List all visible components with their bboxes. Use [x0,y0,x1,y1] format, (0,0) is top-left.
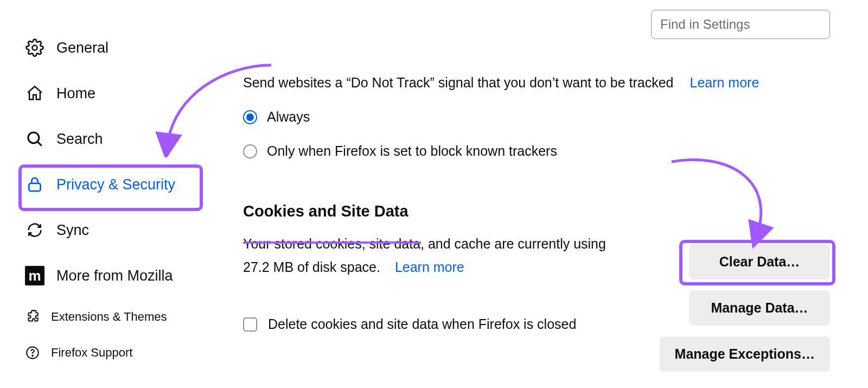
sidebar-item-label: More from Mozilla [56,268,173,284]
help-icon [25,345,40,360]
settings-sidebar: General Home Search Privacy & Security [0,31,217,377]
cookies-description: Your stored cookies, site data, and cach… [243,232,634,278]
cookies-size: 27.2 MB [243,259,293,275]
sidebar-item-search[interactable]: Search [25,123,217,155]
sidebar-item-more-mozilla[interactable]: m More from Mozilla [25,259,217,292]
sidebar-item-extensions-themes[interactable]: Extensions & Themes [25,305,217,329]
dnt-option-always[interactable]: Always [243,109,835,125]
dnt-description-row: Send websites a “Do Not Track” signal th… [243,75,835,91]
dnt-learn-more-link[interactable]: Learn more [690,75,759,91]
mozilla-icon: m [25,266,44,285]
radio-label: Only when Firefox is set to block known … [267,143,557,159]
search-icon [25,129,44,149]
radio-only-trackers[interactable] [243,144,257,158]
sidebar-item-firefox-support[interactable]: Firefox Support [25,341,217,365]
clear-data-button[interactable]: Clear Data… [689,244,830,279]
sidebar-item-home[interactable]: Home [25,77,217,110]
dnt-description: Send websites a “Do Not Track” signal th… [243,75,673,91]
sync-icon [25,220,44,240]
radio-label: Always [267,109,310,125]
sidebar-item-label: Extensions & Themes [51,310,167,324]
gear-icon [25,38,44,58]
cookies-desc-suffix: of disk space. [293,259,380,275]
sidebar-item-label: Home [56,85,95,102]
sidebar-item-label: General [56,40,108,56]
manage-data-button[interactable]: Manage Data… [689,290,830,326]
svg-point-0 [32,45,37,50]
cookies-heading: Cookies and Site Data [243,202,835,220]
svg-point-5 [32,355,33,357]
cookies-learn-more-link[interactable]: Learn more [395,259,464,275]
settings-search-wrap [651,10,830,39]
sidebar-footer: Extensions & Themes Firefox Support [25,305,217,365]
cookies-desc-prefix: Your stored cookies, site data, and cach… [243,236,606,251]
radio-always[interactable] [243,110,257,124]
sidebar-item-label: Privacy & Security [56,176,175,193]
sidebar-item-label: Search [56,131,103,148]
home-icon [25,84,44,103]
dnt-option-only-trackers[interactable]: Only when Firefox is set to block known … [243,143,835,159]
svg-point-1 [28,132,39,143]
settings-search-input[interactable] [651,10,830,39]
svg-line-2 [37,142,42,146]
checkbox-label: Delete cookies and site data when Firefo… [268,316,576,332]
manage-exceptions-button[interactable]: Manage Exceptions… [660,336,830,372]
sidebar-item-privacy-security[interactable]: Privacy & Security [25,168,217,201]
cookies-buttons: Clear Data… Manage Data… Manage Exceptio… [660,244,830,372]
svg-rect-3 [29,183,40,191]
sidebar-item-label: Sync [56,222,89,239]
sidebar-item-general[interactable]: General [25,31,217,64]
lock-icon [25,175,44,194]
delete-on-close-checkbox[interactable] [243,317,257,332]
puzzle-icon [25,309,40,325]
sidebar-item-label: Firefox Support [51,346,132,360]
sidebar-item-sync[interactable]: Sync [25,214,217,246]
